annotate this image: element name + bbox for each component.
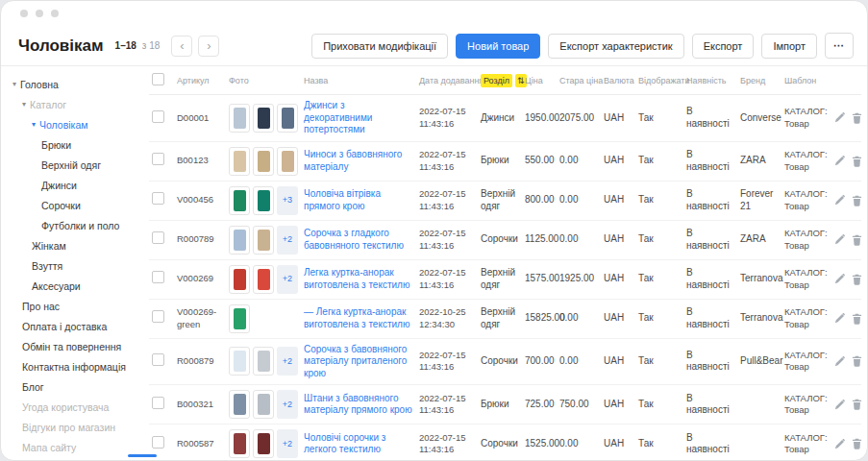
product-name-link[interactable]: Чоловічі сорочки з легкого текстилю xyxy=(304,432,385,455)
export-button[interactable]: Експорт xyxy=(692,34,755,59)
product-photo-thumbnail[interactable] xyxy=(253,104,274,133)
product-name-link[interactable]: Чоловіча вітрівка прямого крою xyxy=(304,188,381,211)
edit-button[interactable] xyxy=(834,274,845,284)
sidebar-item-18[interactable]: Мапа сайту xyxy=(1,437,141,457)
prev-page-button[interactable]: ‹ xyxy=(171,36,192,57)
product-photo-thumbnail[interactable] xyxy=(277,104,298,133)
horizontal-scrollbar-thumb[interactable] xyxy=(128,454,157,457)
export-characteristics-button[interactable]: Експорт характеристик xyxy=(548,34,683,59)
window-close-button[interactable] xyxy=(20,10,28,17)
row-checkbox[interactable] xyxy=(152,436,164,449)
product-name-link[interactable]: Джинси з декоративними потертостями xyxy=(304,100,372,134)
sidebar-item-9[interactable]: Взуття xyxy=(1,255,141,276)
edit-button[interactable] xyxy=(834,234,845,245)
row-checkbox[interactable] xyxy=(152,153,164,165)
row-checkbox[interactable] xyxy=(152,353,164,366)
more-photos-badge[interactable]: +2 xyxy=(277,347,298,376)
edit-button[interactable] xyxy=(834,112,845,123)
edit-button[interactable] xyxy=(834,356,845,367)
product-photo-thumbnail[interactable] xyxy=(253,390,274,419)
sidebar-item-17[interactable]: Відгуки про магазин xyxy=(1,417,141,437)
sidebar-item-1[interactable]: ▾Каталог xyxy=(1,94,141,114)
delete-button[interactable] xyxy=(852,156,862,167)
edit-button[interactable] xyxy=(834,400,845,410)
select-all-checkbox[interactable] xyxy=(152,73,164,85)
product-photo-thumbnail[interactable] xyxy=(253,226,274,255)
sidebar-item-4[interactable]: Верхній одяг xyxy=(1,155,141,175)
column-header-price: Ціна xyxy=(522,66,557,95)
more-photos-badge[interactable]: +2 xyxy=(277,226,298,255)
product-photo-thumbnail[interactable] xyxy=(229,304,250,333)
more-photos-badge[interactable]: +2 xyxy=(277,429,298,458)
product-photo-thumbnail[interactable] xyxy=(229,347,250,376)
delete-button[interactable] xyxy=(852,355,862,367)
row-checkbox[interactable] xyxy=(152,231,164,244)
product-name-link[interactable]: Штани з бавовняного матеріалу прямого кр… xyxy=(304,393,412,416)
sidebar-item-6[interactable]: Сорочки xyxy=(1,195,141,215)
sidebar-item-3[interactable]: Брюки xyxy=(1,134,141,155)
sidebar-item-8[interactable]: Жінкам xyxy=(1,235,141,255)
next-page-button[interactable]: › xyxy=(198,36,219,57)
sidebar-item-7[interactable]: Футболки и поло xyxy=(1,215,141,235)
row-currency-cell: UAH xyxy=(601,181,635,220)
more-actions-button[interactable]: ⋯ xyxy=(825,33,854,59)
row-checkbox[interactable] xyxy=(152,271,164,283)
row-actions-cell xyxy=(831,141,861,181)
sidebar-item-13[interactable]: Обмін та повернення xyxy=(1,336,141,356)
product-photo-thumbnail[interactable] xyxy=(229,265,250,294)
product-photo-thumbnail[interactable] xyxy=(253,186,274,215)
row-checkbox[interactable] xyxy=(152,192,164,205)
sidebar-item-15[interactable]: Блог xyxy=(1,376,141,397)
product-photo-thumbnail[interactable] xyxy=(253,347,274,376)
row-checkbox[interactable] xyxy=(152,397,164,409)
row-date-cell: 2022-07-1511:43:16 xyxy=(416,425,478,461)
more-photos-badge[interactable]: +2 xyxy=(277,390,298,419)
hide-modifications-button[interactable]: Приховати модифікації xyxy=(311,34,448,59)
delete-button[interactable] xyxy=(852,438,862,449)
product-photo-thumbnail[interactable] xyxy=(253,429,274,458)
product-name-link[interactable]: Чиноси з бавовняного матеріалу xyxy=(304,149,402,172)
more-photos-badge[interactable]: +2 xyxy=(277,265,298,294)
delete-button[interactable] xyxy=(852,195,862,206)
delete-button[interactable] xyxy=(852,112,862,124)
sidebar-item-2[interactable]: ▾Чоловікам xyxy=(1,114,141,134)
product-photo-thumbnail[interactable] xyxy=(229,390,250,419)
product-photo-thumbnail[interactable] xyxy=(229,104,250,133)
product-name-link[interactable]: Сорочка з гладкого бавовняного текстилю xyxy=(304,228,404,251)
sidebar-item-16[interactable]: Угода користувача xyxy=(1,397,141,417)
more-photos-badge[interactable]: +3 xyxy=(277,186,298,215)
sidebar-item-11[interactable]: Про нас xyxy=(1,296,141,316)
import-button[interactable]: Імпорт xyxy=(761,34,817,59)
edit-button[interactable] xyxy=(834,156,845,166)
new-product-button[interactable]: Новий товар xyxy=(456,34,540,59)
sidebar-item-14[interactable]: Контактна інформація xyxy=(1,356,141,376)
product-photo-thumbnail[interactable] xyxy=(253,265,274,294)
edit-button[interactable] xyxy=(834,313,845,324)
window-maximize-button[interactable] xyxy=(51,10,59,17)
product-photo-thumbnail[interactable] xyxy=(229,429,250,458)
product-photo-thumbnail[interactable] xyxy=(277,147,298,176)
delete-button[interactable] xyxy=(852,399,862,410)
sidebar-item-12[interactable]: Оплата і доставка xyxy=(1,316,141,336)
row-template-cell: КАТАЛОГ: Товар xyxy=(781,181,831,220)
product-photo-thumbnail[interactable] xyxy=(229,147,250,176)
window-minimize-button[interactable] xyxy=(36,10,43,17)
sidebar-item-5[interactable]: Джинси xyxy=(1,175,141,195)
row-availability-cell: В наявності xyxy=(683,259,737,299)
row-checkbox[interactable] xyxy=(152,310,164,323)
edit-button[interactable] xyxy=(834,195,845,206)
sidebar-item-0[interactable]: ▾Головна xyxy=(1,74,141,94)
delete-button[interactable] xyxy=(852,313,862,325)
product-photo-thumbnail[interactable] xyxy=(253,147,274,176)
product-name-link[interactable]: Сорочка з бавовняного матеріалу притален… xyxy=(304,344,407,378)
delete-button[interactable] xyxy=(852,274,862,285)
sidebar-item-10[interactable]: Аксесуари xyxy=(1,276,141,296)
delete-button[interactable] xyxy=(852,234,862,246)
product-photo-thumbnail[interactable] xyxy=(229,226,250,255)
column-header-section[interactable]: Розділ⇅ xyxy=(478,66,522,95)
row-checkbox[interactable] xyxy=(152,110,164,123)
product-name-link[interactable]: — Легка куртка-анорак виготовлена з текс… xyxy=(304,306,409,329)
product-name-link[interactable]: Легка куртка-анорак виготовлена з тексти… xyxy=(304,267,409,290)
edit-button[interactable] xyxy=(834,439,845,449)
product-photo-thumbnail[interactable] xyxy=(229,186,250,215)
